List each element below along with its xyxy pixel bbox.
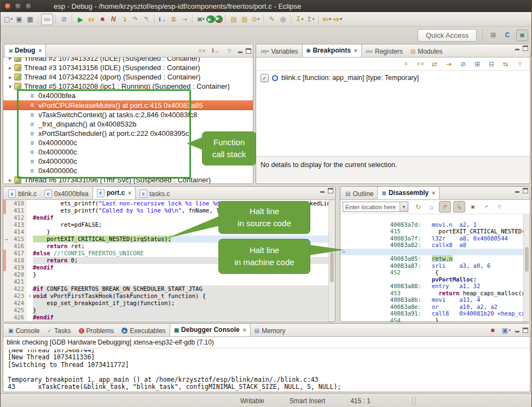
fold-marker-icon[interactable] bbox=[27, 236, 33, 243]
code-line[interactable]: 426 #endif bbox=[3, 314, 335, 321]
save-all-icon[interactable]: ▦▾ bbox=[25, 14, 36, 25]
fold-marker-icon[interactable] bbox=[27, 271, 33, 278]
disassembly-listing[interactable]: 40083a7d: movi.n a2, 1 415 portEXIT_CRIT… bbox=[340, 214, 530, 322]
separator[interactable]: ▾ bbox=[291, 14, 292, 24]
dropdown-caret-icon[interactable]: ▾ bbox=[212, 17, 214, 21]
fold-marker-icon[interactable] bbox=[27, 207, 33, 214]
fold-marker-icon[interactable] bbox=[27, 221, 33, 228]
code-line[interactable]: 421 bbox=[3, 278, 335, 285]
go-to-file-icon[interactable]: ⇥ bbox=[443, 59, 454, 69]
fold-marker-icon[interactable] bbox=[27, 293, 33, 300]
disassembly-scrollbar[interactable] bbox=[523, 214, 530, 322]
debug-tree-row[interactable]: ▸ Thread #2 1073413312 (IDLE) (Suspended… bbox=[3, 58, 253, 63]
tree-twisty-icon[interactable]: ▸ bbox=[7, 177, 14, 183]
separator[interactable]: ▾ bbox=[72, 14, 73, 24]
disassembly-row[interactable]: 420 } bbox=[340, 242, 530, 249]
tree-twisty-icon[interactable]: ▸ bbox=[7, 74, 14, 80]
skip-all-breakpoints-icon[interactable]: ⊘ bbox=[458, 59, 469, 69]
fold-marker-icon[interactable] bbox=[27, 300, 33, 307]
terminate-icon[interactable]: ■▾ bbox=[97, 14, 108, 25]
maximize-view-icon[interactable] bbox=[523, 45, 528, 51]
dropdown-caret-icon[interactable]: ▾ bbox=[220, 16, 222, 21]
editor-tab[interactable]: c tasks.c × bbox=[136, 188, 174, 199]
minimize-view-icon[interactable] bbox=[514, 188, 520, 193]
editor-tab[interactable]: c 0x4000bfea × bbox=[41, 188, 92, 199]
fold-marker-icon[interactable] bbox=[27, 243, 33, 250]
use-step-filters-icon[interactable]: ⇢▾ bbox=[179, 14, 190, 25]
tree-twisty-icon[interactable]: ▸ bbox=[7, 65, 14, 71]
editor-tab[interactable]: c blink.c × bbox=[4, 188, 41, 199]
view-menu-icon[interactable]: ▽ bbox=[494, 202, 505, 212]
dropdown-caret-icon[interactable]: ▾ bbox=[340, 17, 343, 21]
tab-close-icon[interactable]: × bbox=[354, 48, 357, 54]
debug-tree-row[interactable]: ≡ 0x4000000c bbox=[3, 166, 253, 175]
location-combo[interactable]: Enter location here ▼ bbox=[343, 202, 408, 212]
disconnect-icon[interactable]: N▾ bbox=[108, 14, 119, 25]
fold-marker-icon[interactable] bbox=[27, 257, 33, 264]
debug-tree-row[interactable]: ▾ Thread #5 1073410208 (ipc1 : Running) … bbox=[3, 82, 253, 91]
back-icon[interactable]: ⇦▾ bbox=[321, 14, 332, 25]
refresh-icon[interactable]: ↻ bbox=[413, 202, 424, 212]
fold-marker-icon[interactable] bbox=[27, 314, 33, 321]
home-icon[interactable]: ⌂ bbox=[426, 202, 437, 212]
debug-tree-row[interactable]: ▸ Thread #4 1073432224 (dport) (Suspende… bbox=[3, 72, 253, 82]
minimize-view-icon[interactable] bbox=[514, 45, 520, 51]
step-into-icon[interactable]: ↴▾ bbox=[119, 14, 130, 25]
disassembly-row[interactable]: 40083a82: callx8 a8 bbox=[340, 235, 530, 242]
dropdown-caret-icon[interactable]: ▾ bbox=[10, 17, 13, 21]
separator[interactable]: ▾ bbox=[225, 14, 226, 24]
expand-all-icon[interactable]: ⊞ bbox=[472, 59, 483, 69]
mark-occurrences-icon[interactable]: ✎▾ bbox=[267, 14, 277, 25]
search-icon[interactable]: ⊙▾ bbox=[250, 14, 261, 25]
disassembly-row[interactable]: 453 return heap_caps_malloc(xWantedSize bbox=[340, 283, 530, 290]
save-icon[interactable]: ▣▾ bbox=[14, 14, 25, 25]
code-line[interactable]: 424 esp_set_breakpoint_if_jtag(function)… bbox=[3, 300, 335, 307]
maximize-view-icon[interactable] bbox=[328, 188, 333, 193]
disassembly-row[interactable]: 40083a7f: l32r a8, 0x40080544 bbox=[340, 228, 530, 235]
editor-scrollbar[interactable] bbox=[328, 200, 335, 322]
show-debug-console-icon[interactable]: ≣▾ bbox=[168, 14, 179, 25]
disassembly-row[interactable]: 415 portEXIT_CRITICAL_NESTED(irqStatus) bbox=[340, 221, 530, 228]
dropdown-caret-icon[interactable]: ▾ bbox=[258, 17, 260, 21]
scrollbar-thumb[interactable] bbox=[525, 247, 529, 272]
binary-icon[interactable]: 010▾ bbox=[41, 14, 53, 25]
forward-icon[interactable]: ⇨▾ bbox=[332, 14, 343, 25]
toggle-annotations-icon[interactable]: ◎▾ bbox=[277, 14, 288, 25]
disassembly-row[interactable]: 454 } bbox=[340, 310, 530, 317]
fold-marker-icon[interactable] bbox=[27, 250, 33, 257]
disassembly-row[interactable]: or a2, a10, a10 bbox=[340, 317, 530, 323]
view-tab[interactable]: ▤ Outline × bbox=[342, 188, 377, 199]
step-over-icon[interactable]: ↷▾ bbox=[130, 14, 141, 25]
dropdown-caret-icon[interactable]: ▾ bbox=[203, 17, 205, 21]
tree-twisty-icon[interactable]: ▸ bbox=[7, 58, 14, 61]
window-minimize-icon[interactable] bbox=[15, 3, 21, 9]
view-tab[interactable]: ≣ Disassembly × bbox=[377, 186, 440, 199]
suspend-icon[interactable]: ▮▮▾ bbox=[86, 14, 97, 25]
display-selected-console-icon[interactable]: ▣▾ bbox=[501, 325, 512, 335]
disassembly-row[interactable]: 40083a91: call8 0x40081b20 <heap_caps_ma… bbox=[340, 303, 530, 311]
view-tab[interactable]: 1010 Registers × bbox=[362, 45, 407, 57]
fold-marker-icon[interactable] bbox=[27, 264, 33, 271]
combo-dropdown-icon[interactable]: ▼ bbox=[400, 202, 408, 211]
code-line[interactable]: 422 #if CONFIG_FREERTOS_BREAK_ON_SCHEDUL… bbox=[3, 285, 335, 293]
statusbar-grip[interactable] bbox=[412, 397, 415, 405]
collapse-all-icon[interactable]: ⊟ bbox=[486, 59, 497, 69]
debug-tree-row[interactable]: ▸ Thread #6 1073431096 (Tmr Svc) (Suspen… bbox=[3, 175, 253, 184]
disassembly-row[interactable]: 40083a87: srli a3, a0, 6 bbox=[340, 255, 530, 262]
view-tab[interactable]: ▤ Modules × bbox=[407, 45, 447, 57]
fold-marker-icon[interactable] bbox=[27, 307, 33, 314]
last-edit-location-icon[interactable]: ↧▾ bbox=[294, 14, 305, 25]
tab-close-icon[interactable]: × bbox=[38, 48, 42, 54]
terminate-icon[interactable]: ■▾ bbox=[487, 325, 498, 335]
tab-close-icon[interactable]: × bbox=[128, 190, 131, 196]
breakpoint-checkbox[interactable]: ✓ bbox=[261, 74, 269, 82]
instruction-stepping-icon[interactable]: i→▾ bbox=[157, 14, 168, 25]
dropdown-caret-icon[interactable]: ▾ bbox=[329, 17, 332, 21]
next-annotation-icon[interactable]: ↥▾ bbox=[305, 14, 316, 25]
remove-breakpoint-icon[interactable]: × bbox=[401, 59, 412, 69]
location-input[interactable]: Enter location here bbox=[343, 204, 400, 210]
debug-icon[interactable]: ж▾ bbox=[195, 14, 206, 25]
sync-selection-icon[interactable]: ↳ bbox=[453, 201, 465, 213]
open-perspective-icon[interactable]: ⊞ bbox=[488, 30, 499, 41]
open-project-icon[interactable]: ▤▾ bbox=[239, 14, 250, 25]
